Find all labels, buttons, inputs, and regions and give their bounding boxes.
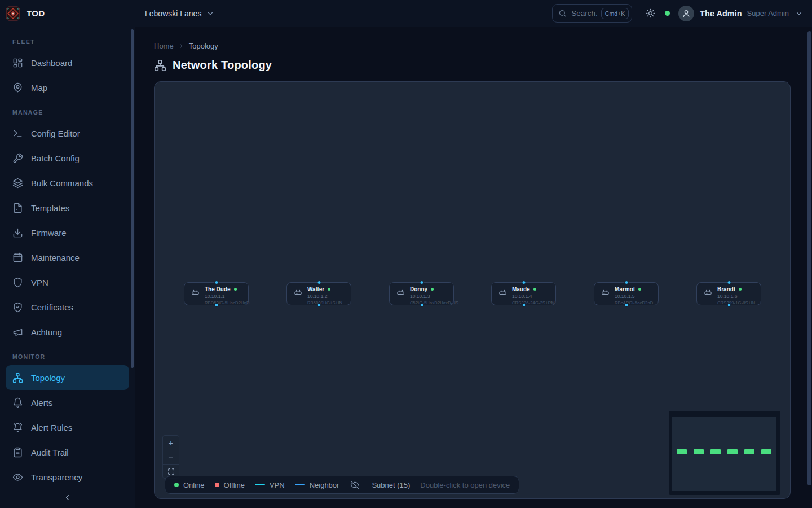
topology-canvas[interactable]: The Dude 10.10.1.1 RBD53iG-5HacD2HnD Wal…	[154, 81, 791, 499]
legend-offline-label: Offline	[224, 481, 245, 489]
team-selector[interactable]: Lebowski Lanes	[145, 9, 214, 18]
sidebar-item-alerts[interactable]: Alerts	[6, 390, 129, 415]
node-handle-top[interactable]	[522, 281, 526, 284]
node-ip: 10.10.1.4	[512, 294, 555, 299]
router-icon	[396, 287, 405, 296]
team-name: Lebowski Lanes	[145, 9, 201, 18]
sidebar-item-certificates[interactable]: Certificates	[6, 295, 129, 319]
node-ip: 10.10.1.6	[717, 294, 755, 299]
sidebar-item-label: Alerts	[31, 398, 52, 408]
node-handle-top[interactable]	[727, 281, 731, 284]
search-input[interactable]	[571, 9, 597, 17]
router-icon	[294, 287, 302, 296]
zoom-in-button[interactable]: +	[163, 436, 179, 450]
sidebar-item-achtung[interactable]: Achtung	[6, 319, 129, 344]
sidebar-collapse-button[interactable]	[0, 487, 135, 508]
eye-off-icon[interactable]	[350, 480, 359, 489]
sidebar-item-label: Audit Trail	[31, 448, 69, 457]
search-shortcut-badge: Cmd+K	[601, 8, 629, 19]
breadcrumb-current: Topology	[189, 42, 218, 50]
node-handle-bottom[interactable]	[214, 303, 218, 307]
vpn-line-swatch	[255, 484, 265, 486]
topbar-right: Cmd+K The Admin Super Admin	[552, 4, 812, 23]
user-menu-chevron-down-icon[interactable]	[795, 10, 803, 17]
sidebar-item-batch-config[interactable]: Batch Config	[6, 146, 129, 170]
wrench-icon	[12, 153, 23, 164]
node-model: RBcAPGi-5acD2nD	[615, 300, 653, 305]
sidebar-item-alert-rules[interactable]: Alert Rules	[6, 415, 129, 440]
node-online-dot	[328, 288, 330, 291]
node-model: RB5009UG+S+IN	[307, 300, 342, 305]
sidebar-item-templates[interactable]: Templates	[6, 195, 129, 220]
topology-node-the-dude[interactable]: The Dude 10.10.1.1 RBD53iG-5HacD2HnD	[184, 282, 249, 305]
router-icon	[498, 287, 507, 296]
node-name: Brandt	[717, 286, 735, 292]
sidebar-item-firmware[interactable]: Firmware	[6, 220, 129, 245]
topology-node-donny[interactable]: Donny 10.10.1.3 C52iG-5HaxD2HaxD-US	[389, 282, 454, 305]
zoom-out-button[interactable]: −	[163, 450, 179, 464]
section-label-fleet: FLEET	[6, 38, 129, 45]
sidebar-item-vpn[interactable]: VPN	[6, 270, 129, 295]
node-handle-bottom[interactable]	[317, 303, 321, 307]
sidebar-item-label: Templates	[31, 203, 69, 213]
node-ip: 10.10.1.3	[410, 294, 458, 299]
page-scrollbar[interactable]	[807, 31, 811, 485]
minimap-node-marker	[761, 449, 771, 454]
node-handle-top[interactable]	[624, 281, 628, 284]
node-handle-bottom[interactable]	[522, 303, 526, 307]
section-label-manage: MANAGE	[6, 109, 129, 116]
topology-node-maude[interactable]: Maude 10.10.1.4 CRS326-24G-2S+RM	[491, 282, 556, 305]
topology-title-icon	[154, 59, 166, 72]
sidebar-scrollbar[interactable]	[131, 29, 134, 368]
sidebar-item-topology[interactable]: Topology	[6, 365, 129, 390]
sidebar: FLEET Dashboard Map MANAGE Config Editor…	[0, 27, 135, 508]
sidebar-item-bulk-commands[interactable]: Bulk Commands	[6, 170, 129, 195]
sidebar-item-maintenance[interactable]: Maintenance	[6, 245, 129, 270]
theme-toggle-sun-icon[interactable]	[646, 8, 655, 18]
chevron-left-icon	[63, 493, 72, 502]
sidebar-item-dashboard[interactable]: Dashboard	[6, 50, 129, 75]
user-avatar[interactable]	[678, 6, 694, 21]
connection-status-dot	[665, 11, 670, 16]
sidebar-item-map[interactable]: Map	[6, 75, 129, 100]
router-icon	[601, 287, 610, 296]
topology-node-marmot[interactable]: Marmot 10.10.1.5 RBcAPGi-5acD2nD	[594, 282, 659, 305]
node-handle-bottom[interactable]	[727, 303, 731, 307]
node-model: CRS326-24G-2S+RM	[512, 300, 555, 305]
sidebar-item-transparency[interactable]: Transparency	[6, 465, 129, 487]
node-model: RBD53iG-5HacD2HnD	[205, 300, 250, 305]
sidebar-item-config-editor[interactable]: Config Editor	[6, 121, 129, 146]
terminal-icon	[12, 128, 23, 139]
legend-subnet-label[interactable]: Subnet (15)	[372, 481, 410, 489]
minimap[interactable]	[669, 411, 780, 495]
node-name: Marmot	[615, 286, 635, 292]
node-handle-bottom[interactable]	[624, 303, 628, 307]
node-handle-top[interactable]	[214, 281, 218, 284]
legend-vpn: VPN	[255, 481, 285, 489]
bell-ring-icon	[12, 422, 23, 433]
sidebar-item-label: Config Editor	[31, 129, 80, 138]
legend-hint: Double-click to open device	[420, 481, 510, 489]
node-online-dot	[431, 288, 434, 291]
topology-icon	[12, 373, 23, 383]
sidebar-item-label: Dashboard	[31, 58, 72, 68]
sidebar-item-label: Batch Config	[31, 154, 80, 163]
minimap-viewport[interactable]	[672, 417, 776, 491]
node-handle-top[interactable]	[317, 281, 321, 284]
sidebar-item-audit-trail[interactable]: Audit Trail	[6, 440, 129, 465]
node-name: The Dude	[205, 286, 231, 292]
node-handle-top[interactable]	[420, 281, 423, 284]
download-icon	[12, 227, 23, 238]
node-handle-bottom[interactable]	[420, 303, 423, 307]
legend-vpn-label: VPN	[270, 481, 285, 489]
sidebar-item-label: Bulk Commands	[31, 178, 93, 188]
sidebar-nav: FLEET Dashboard Map MANAGE Config Editor…	[0, 27, 135, 487]
topology-node-brandt[interactable]: Brandt 10.10.1.6 CRS309-1G-8S+IN	[696, 282, 761, 305]
breadcrumb-home[interactable]: Home	[154, 42, 174, 50]
topology-node-walter[interactable]: Walter 10.10.1.2 RB5009UG+S+IN	[286, 282, 351, 305]
file-icon	[12, 203, 23, 213]
online-dot	[174, 483, 179, 487]
search-box[interactable]: Cmd+K	[552, 4, 632, 23]
node-online-dot	[638, 288, 641, 291]
app-logo[interactable]: TOD	[0, 0, 135, 27]
